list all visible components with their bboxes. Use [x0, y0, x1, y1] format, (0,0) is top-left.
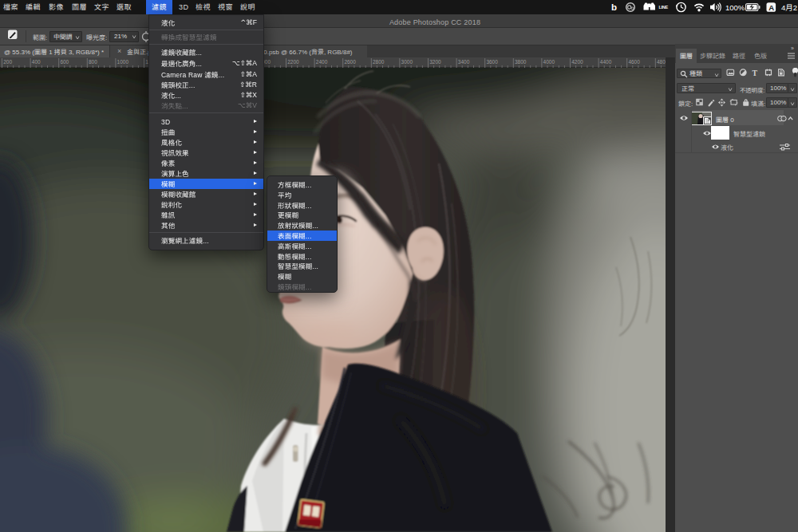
svg-text:3000: 3000 — [401, 59, 413, 65]
svg-text:2200: 2200 — [287, 59, 299, 65]
svg-text:3800: 3800 — [515, 59, 527, 65]
svg-text:100%: 100% — [725, 3, 745, 12]
svg-text:T: T — [753, 69, 758, 77]
svg-text:600: 600 — [60, 59, 69, 65]
svg-text:4000: 4000 — [543, 59, 555, 65]
svg-text:3200: 3200 — [429, 59, 441, 65]
svg-text:2600: 2600 — [344, 59, 356, 65]
svg-text:4600: 4600 — [628, 59, 640, 65]
svg-text:4200: 4200 — [571, 59, 583, 65]
svg-text:2800: 2800 — [373, 59, 385, 65]
svg-text:3600: 3600 — [486, 59, 498, 65]
svg-text:4400: 4400 — [600, 59, 612, 65]
svg-text:LINE: LINE — [659, 5, 669, 10]
svg-text:400: 400 — [32, 59, 41, 65]
svg-text:800: 800 — [89, 59, 97, 65]
svg-text:3400: 3400 — [458, 59, 470, 65]
svg-text:A: A — [768, 3, 774, 12]
svg-text:b: b — [611, 2, 617, 12]
svg-text:200: 200 — [3, 59, 12, 65]
svg-text:1000: 1000 — [117, 59, 129, 65]
svg-text:2400: 2400 — [316, 59, 328, 65]
